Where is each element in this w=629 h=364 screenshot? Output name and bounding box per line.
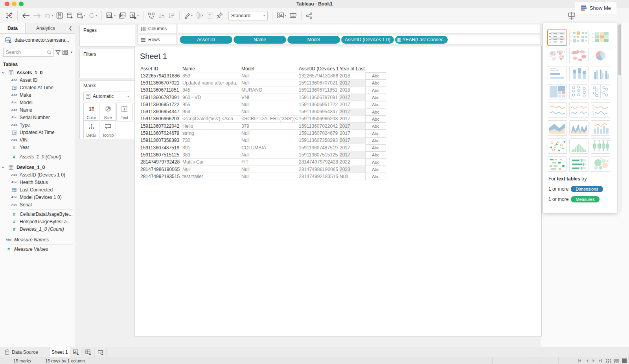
- show-me-thumb-horizontal-bars[interactable]: [548, 66, 567, 81]
- field-vin[interactable]: AbcVIN: [0, 136, 75, 143]
- text-button[interactable]: Text: [116, 103, 132, 121]
- pill-year-last-connec[interactable]: YEAR(Last Connec..: [395, 36, 448, 44]
- next-sheet-button[interactable]: [592, 358, 596, 364]
- view-options-icon[interactable]: [63, 50, 68, 55]
- table-row[interactable]: 159113606951722955Null159113606951722201…: [140, 101, 386, 108]
- show-me-thumb-treemap[interactable]: [548, 84, 567, 99]
- save-button[interactable]: [55, 11, 64, 21]
- field-serial-number[interactable]: AbcSerial Number: [0, 114, 75, 121]
- presentation-mode-button[interactable]: [288, 11, 298, 21]
- text-mark-cell[interactable]: Abc: [365, 72, 386, 79]
- scrollbar-thumb[interactable]: [618, 24, 621, 75]
- rows-shelf[interactable]: Asset IDNameModelAssetID (Devices 1 0)YE…: [178, 35, 541, 44]
- pill-model[interactable]: Model: [287, 36, 340, 44]
- previous-sheet-button[interactable]: [585, 358, 589, 364]
- dropdown-caret-icon[interactable]: ▾: [191, 14, 193, 17]
- detail-button[interactable]: Detail: [83, 120, 99, 139]
- new-worksheet-tab-button[interactable]: [70, 347, 83, 357]
- table-row[interactable]: 159113607358393730Null159113607358393201…: [140, 137, 386, 144]
- clear-sheet-button[interactable]: ▾: [128, 11, 140, 21]
- show-me-thumb-side-by-side-circles[interactable]: [591, 84, 610, 99]
- undo-button[interactable]: [20, 11, 31, 21]
- columns-shelf[interactable]: [178, 24, 541, 33]
- view-options-caret-icon[interactable]: ▼: [70, 51, 73, 54]
- field-devices-1-0[interactable]: Devices_1_0: [0, 164, 75, 171]
- text-mark-cell[interactable]: Abc: [365, 108, 386, 116]
- field-measure-values[interactable]: #Measure Values: [0, 245, 75, 253]
- table-row[interactable]: 159113607515125383Null159113607515125201…: [140, 151, 386, 158]
- expand-chevron-icon[interactable]: [2, 166, 6, 169]
- fit-selector-value[interactable]: Standard: [231, 13, 250, 18]
- show-me-thumb-area-discrete[interactable]: [569, 120, 589, 136]
- new-worksheet-button[interactable]: ▾: [105, 11, 117, 21]
- text-mark-cell[interactable]: Abc: [365, 116, 386, 123]
- tooltip-button[interactable]: Tooltip: [100, 120, 116, 139]
- data-connection[interactable]: data-connector.samsara...: [0, 34, 75, 46]
- table-row[interactable]: 159113607487519391COLUMBIA15911360748751…: [140, 144, 386, 151]
- show-me-thumb-packed-bubbles[interactable]: [591, 156, 610, 172]
- table-row[interactable]: 159113606954347954Null159113606954347201…: [140, 108, 386, 116]
- collapse-pane-button[interactable]: ❮: [66, 23, 75, 33]
- zoom-window-button[interactable]: [19, 2, 24, 6]
- show-me-thumb-text-table[interactable]: [547, 29, 567, 46]
- color-button[interactable]: Color: [83, 103, 99, 121]
- field-assetid-devices-1-0[interactable]: AbcAssetID (Devices 1 0): [0, 171, 75, 178]
- filmstrip-view-button[interactable]: [614, 359, 619, 364]
- show-me-thumb-scatter-plot[interactable]: [548, 138, 567, 154]
- table-row[interactable]: 281474986190065NullNull28147498619006520…: [140, 166, 386, 173]
- column-header-assetid-devices-1[interactable]: AssetID (Devices 1 ..: [298, 65, 339, 72]
- field-serial[interactable]: AbcSerial: [0, 201, 75, 208]
- show-me-thumb-box-and-whisker[interactable]: [591, 138, 610, 154]
- field-model[interactable]: AbcModel: [0, 99, 75, 106]
- table-row[interactable]: 159113606966203<script>alert('xss');</sc…: [140, 116, 386, 123]
- show-me-thumb-lines-dual[interactable]: [569, 102, 589, 118]
- pill-name[interactable]: Name: [234, 36, 286, 44]
- text-mark-cell[interactable]: Abc: [365, 94, 386, 101]
- pause-auto-updates-button[interactable]: ▾: [75, 11, 87, 21]
- field-updated-at-time[interactable]: Updated At Time: [0, 129, 75, 136]
- show-me-scrollbar[interactable]: [617, 23, 622, 212]
- show-me-thumb-dual-combination[interactable]: [591, 120, 610, 136]
- fit-selector[interactable]: Standard ▾: [227, 11, 269, 21]
- dropdown-caret-icon[interactable]: ▾: [51, 14, 53, 17]
- show-me-button[interactable]: Show Me: [575, 2, 616, 14]
- pill-assetid-devices-1-0[interactable]: AssetID (Devices 1 0): [341, 36, 394, 44]
- new-data-source-button[interactable]: [64, 11, 75, 21]
- show-me-thumb-lines-continuous[interactable]: [548, 102, 567, 118]
- text-mark-cell[interactable]: Abc: [365, 137, 386, 144]
- table-row[interactable]: 132265794131886853Null132265794131886201…: [140, 72, 386, 79]
- dropdown-caret-icon[interactable]: ▾: [285, 14, 286, 17]
- minimize-window-button[interactable]: [12, 2, 17, 6]
- show-hide-cards-button[interactable]: ▾: [275, 11, 288, 21]
- column-header-model[interactable]: Model: [241, 65, 298, 72]
- show-me-thumb-bullet-graph[interactable]: [569, 156, 589, 172]
- show-me-thumb-filled-map[interactable]: [569, 48, 589, 63]
- show-me-thumb-circle-views[interactable]: [569, 84, 589, 99]
- text-mark-cell[interactable]: Abc: [365, 151, 386, 158]
- dropdown-caret-icon[interactable]: ▾: [96, 14, 97, 17]
- field-devices-1-0-count[interactable]: #Devices_1_0 (Count): [0, 225, 75, 233]
- field-make[interactable]: AbcMake: [0, 91, 75, 99]
- sheet-tab-sheet1[interactable]: Sheet 1: [49, 347, 70, 357]
- new-story-tab-button[interactable]: [95, 347, 107, 357]
- table-row[interactable]: 159113606711851845MURANO1591136067118512…: [140, 87, 386, 94]
- expand-chevron-icon[interactable]: [2, 71, 6, 74]
- field-assets-1-0[interactable]: Assets_1_0: [0, 69, 75, 76]
- field-year[interactable]: #Year: [0, 143, 75, 151]
- dropdown-caret-icon[interactable]: ▾: [137, 14, 139, 17]
- field-last-connected[interactable]: Last Connected: [0, 186, 75, 193]
- dropdown-caret-icon[interactable]: ▾: [202, 14, 203, 17]
- tab-data[interactable]: Data: [0, 23, 26, 33]
- text-mark-cell[interactable]: Abc: [365, 123, 386, 130]
- format-annotations-button[interactable]: ▾: [194, 11, 205, 21]
- column-header-year-of-last[interactable]: Year of Last..: [339, 65, 366, 72]
- text-mark-cell[interactable]: Abc: [365, 130, 386, 137]
- show-me-thumb-highlight-table[interactable]: [591, 30, 610, 45]
- field-hotspotusagebytesla[interactable]: #HotspotUsageBytesLa...: [0, 218, 75, 225]
- field-name[interactable]: AbcName: [0, 106, 75, 114]
- dropdown-caret-icon[interactable]: ▾: [114, 14, 116, 17]
- dropdown-caret-icon[interactable]: ▾: [84, 14, 85, 17]
- tableau-logo-icon[interactable]: [4, 11, 15, 21]
- filters-card[interactable]: Filters: [79, 49, 135, 78]
- share-workbook-button[interactable]: [304, 11, 314, 21]
